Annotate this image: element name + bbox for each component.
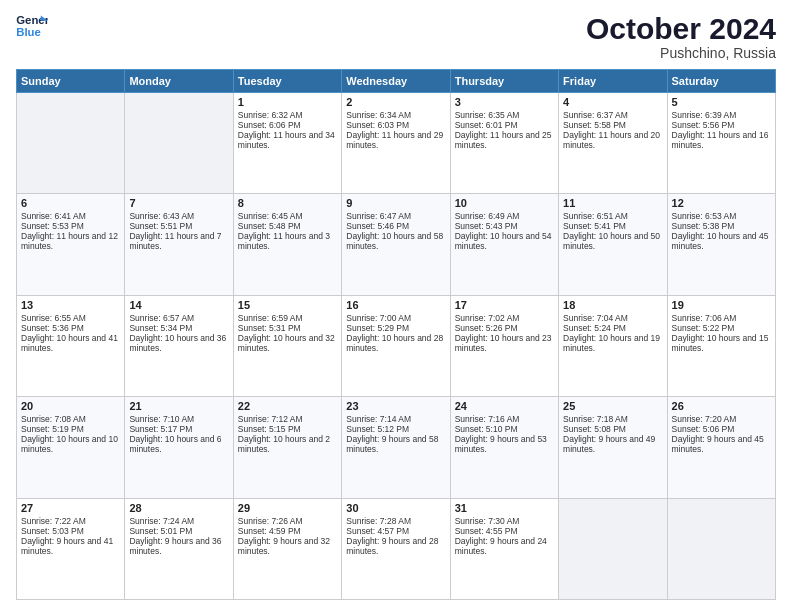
day-number: 11 (563, 197, 662, 209)
sunrise-text: Sunrise: 7:06 AM (672, 313, 771, 323)
daylight-text: Daylight: 11 hours and 20 minutes. (563, 130, 662, 150)
daylight-text: Daylight: 9 hours and 53 minutes. (455, 434, 554, 454)
daylight-text: Daylight: 10 hours and 6 minutes. (129, 434, 228, 454)
daylight-text: Daylight: 9 hours and 41 minutes. (21, 536, 120, 556)
calendar-cell: 23Sunrise: 7:14 AMSunset: 5:12 PMDayligh… (342, 397, 450, 498)
calendar-cell: 8Sunrise: 6:45 AMSunset: 5:48 PMDaylight… (233, 194, 341, 295)
daylight-text: Daylight: 9 hours and 24 minutes. (455, 536, 554, 556)
daylight-text: Daylight: 11 hours and 16 minutes. (672, 130, 771, 150)
sunrise-text: Sunrise: 6:57 AM (129, 313, 228, 323)
logo: General Blue (16, 12, 48, 40)
calendar-cell: 13Sunrise: 6:55 AMSunset: 5:36 PMDayligh… (17, 295, 125, 396)
day-number: 23 (346, 400, 445, 412)
sunset-text: Sunset: 6:06 PM (238, 120, 337, 130)
sunrise-text: Sunrise: 6:39 AM (672, 110, 771, 120)
sunset-text: Sunset: 5:51 PM (129, 221, 228, 231)
calendar-cell: 22Sunrise: 7:12 AMSunset: 5:15 PMDayligh… (233, 397, 341, 498)
calendar-cell (559, 498, 667, 599)
day-number: 9 (346, 197, 445, 209)
sunrise-text: Sunrise: 6:37 AM (563, 110, 662, 120)
sunrise-text: Sunrise: 7:24 AM (129, 516, 228, 526)
logo-icon: General Blue (16, 12, 48, 40)
daylight-text: Daylight: 9 hours and 32 minutes. (238, 536, 337, 556)
daylight-text: Daylight: 9 hours and 58 minutes. (346, 434, 445, 454)
month-title: October 2024 (586, 12, 776, 45)
daylight-text: Daylight: 10 hours and 10 minutes. (21, 434, 120, 454)
sunset-text: Sunset: 5:34 PM (129, 323, 228, 333)
sunset-text: Sunset: 6:01 PM (455, 120, 554, 130)
sunset-text: Sunset: 5:56 PM (672, 120, 771, 130)
sunrise-text: Sunrise: 7:14 AM (346, 414, 445, 424)
calendar-cell: 30Sunrise: 7:28 AMSunset: 4:57 PMDayligh… (342, 498, 450, 599)
sunset-text: Sunset: 5:53 PM (21, 221, 120, 231)
daylight-text: Daylight: 9 hours and 28 minutes. (346, 536, 445, 556)
day-number: 2 (346, 96, 445, 108)
sunrise-text: Sunrise: 7:30 AM (455, 516, 554, 526)
sunset-text: Sunset: 5:43 PM (455, 221, 554, 231)
sunset-text: Sunset: 5:17 PM (129, 424, 228, 434)
day-number: 19 (672, 299, 771, 311)
sunset-text: Sunset: 5:10 PM (455, 424, 554, 434)
calendar-cell: 16Sunrise: 7:00 AMSunset: 5:29 PMDayligh… (342, 295, 450, 396)
daylight-text: Daylight: 10 hours and 28 minutes. (346, 333, 445, 353)
header: General Blue October 2024 Pushchino, Rus… (16, 12, 776, 61)
calendar-cell: 20Sunrise: 7:08 AMSunset: 5:19 PMDayligh… (17, 397, 125, 498)
calendar-cell: 25Sunrise: 7:18 AMSunset: 5:08 PMDayligh… (559, 397, 667, 498)
sunset-text: Sunset: 5:38 PM (672, 221, 771, 231)
calendar-cell: 5Sunrise: 6:39 AMSunset: 5:56 PMDaylight… (667, 93, 775, 194)
day-number: 17 (455, 299, 554, 311)
sunrise-text: Sunrise: 7:04 AM (563, 313, 662, 323)
calendar-cell: 6Sunrise: 6:41 AMSunset: 5:53 PMDaylight… (17, 194, 125, 295)
sunrise-text: Sunrise: 7:22 AM (21, 516, 120, 526)
sunrise-text: Sunrise: 6:45 AM (238, 211, 337, 221)
calendar-cell (17, 93, 125, 194)
daylight-text: Daylight: 10 hours and 32 minutes. (238, 333, 337, 353)
sunset-text: Sunset: 5:06 PM (672, 424, 771, 434)
day-number: 1 (238, 96, 337, 108)
sunrise-text: Sunrise: 6:55 AM (21, 313, 120, 323)
day-number: 22 (238, 400, 337, 412)
calendar-cell: 27Sunrise: 7:22 AMSunset: 5:03 PMDayligh… (17, 498, 125, 599)
sunset-text: Sunset: 5:31 PM (238, 323, 337, 333)
day-number: 3 (455, 96, 554, 108)
day-header-wednesday: Wednesday (342, 70, 450, 93)
calendar-cell: 14Sunrise: 6:57 AMSunset: 5:34 PMDayligh… (125, 295, 233, 396)
calendar-cell (667, 498, 775, 599)
day-number: 30 (346, 502, 445, 514)
sunset-text: Sunset: 5:36 PM (21, 323, 120, 333)
sunrise-text: Sunrise: 6:41 AM (21, 211, 120, 221)
calendar-cell: 17Sunrise: 7:02 AMSunset: 5:26 PMDayligh… (450, 295, 558, 396)
title-block: October 2024 Pushchino, Russia (586, 12, 776, 61)
calendar-cell: 11Sunrise: 6:51 AMSunset: 5:41 PMDayligh… (559, 194, 667, 295)
day-number: 28 (129, 502, 228, 514)
day-header-tuesday: Tuesday (233, 70, 341, 93)
day-number: 12 (672, 197, 771, 209)
day-number: 29 (238, 502, 337, 514)
sunset-text: Sunset: 5:01 PM (129, 526, 228, 536)
sunset-text: Sunset: 6:03 PM (346, 120, 445, 130)
sunset-text: Sunset: 5:24 PM (563, 323, 662, 333)
calendar-cell: 29Sunrise: 7:26 AMSunset: 4:59 PMDayligh… (233, 498, 341, 599)
sunrise-text: Sunrise: 6:51 AM (563, 211, 662, 221)
day-number: 16 (346, 299, 445, 311)
daylight-text: Daylight: 9 hours and 49 minutes. (563, 434, 662, 454)
sunrise-text: Sunrise: 6:34 AM (346, 110, 445, 120)
day-number: 24 (455, 400, 554, 412)
calendar-week-2: 6Sunrise: 6:41 AMSunset: 5:53 PMDaylight… (17, 194, 776, 295)
daylight-text: Daylight: 10 hours and 50 minutes. (563, 231, 662, 251)
calendar-cell: 18Sunrise: 7:04 AMSunset: 5:24 PMDayligh… (559, 295, 667, 396)
day-number: 10 (455, 197, 554, 209)
sunset-text: Sunset: 4:55 PM (455, 526, 554, 536)
day-number: 20 (21, 400, 120, 412)
day-number: 7 (129, 197, 228, 209)
sunrise-text: Sunrise: 6:32 AM (238, 110, 337, 120)
day-number: 6 (21, 197, 120, 209)
calendar-cell: 31Sunrise: 7:30 AMSunset: 4:55 PMDayligh… (450, 498, 558, 599)
daylight-text: Daylight: 9 hours and 36 minutes. (129, 536, 228, 556)
sunrise-text: Sunrise: 7:12 AM (238, 414, 337, 424)
sunset-text: Sunset: 4:59 PM (238, 526, 337, 536)
calendar-week-4: 20Sunrise: 7:08 AMSunset: 5:19 PMDayligh… (17, 397, 776, 498)
daylight-text: Daylight: 11 hours and 3 minutes. (238, 231, 337, 251)
day-header-saturday: Saturday (667, 70, 775, 93)
calendar-cell: 21Sunrise: 7:10 AMSunset: 5:17 PMDayligh… (125, 397, 233, 498)
